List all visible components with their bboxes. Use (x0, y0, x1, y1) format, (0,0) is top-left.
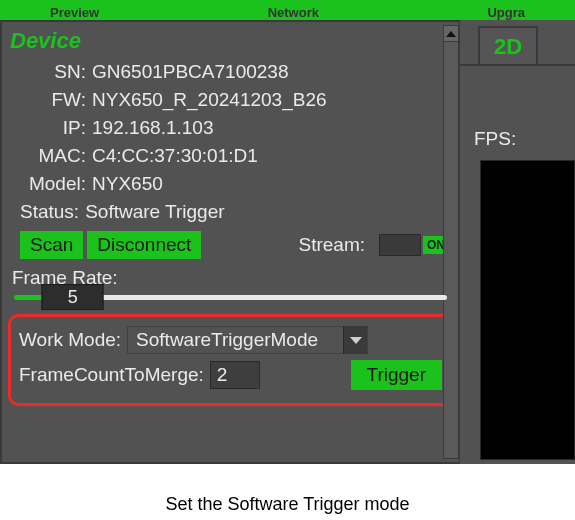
framerate-slider[interactable]: 5 (14, 295, 447, 300)
device-title: Device (2, 22, 459, 58)
tab-preview[interactable]: Preview (50, 5, 99, 20)
tab-network[interactable]: Network (268, 5, 319, 20)
workmode-caret[interactable] (343, 326, 367, 354)
workmode-select[interactable]: SoftwareTriggerMode (127, 326, 368, 354)
highlighted-settings: Work Mode: SoftwareTriggerMode FrameCoun… (8, 314, 453, 406)
caret-up-icon (446, 31, 456, 37)
panel-scrollbar[interactable] (443, 25, 459, 459)
ip-value: 192.168.1.103 (92, 117, 214, 139)
fw-value: NYX650_R_20241203_B26 (92, 89, 327, 111)
toggle-track (379, 234, 421, 256)
model-value: NYX650 (92, 173, 163, 195)
stream-toggle[interactable]: ON (379, 234, 449, 256)
workmode-label: Work Mode: (19, 329, 121, 351)
framerate-value: 5 (68, 287, 78, 308)
app-window: Preview Network Upgra Device SN: GN6501P… (0, 0, 575, 520)
main-content: Device SN: GN6501PBCA7100238 FW: NYX650_… (0, 20, 575, 464)
status-value: Software Trigger (85, 201, 224, 223)
top-tab-bar: Preview Network Upgra (0, 0, 575, 20)
chevron-down-icon (350, 337, 362, 344)
disconnect-button[interactable]: Disconnect (87, 231, 201, 259)
mac-value: C4:CC:37:30:01:D1 (92, 145, 258, 167)
slider-thumb[interactable]: 5 (42, 284, 104, 310)
scan-button[interactable]: Scan (20, 231, 83, 259)
trigger-button[interactable]: Trigger (351, 360, 442, 390)
framecount-label: FrameCountToMerge: (19, 364, 204, 386)
model-label: Model: (2, 173, 92, 195)
framecount-input[interactable] (210, 361, 260, 389)
scrollbar-up-arrow[interactable] (444, 26, 458, 42)
sn-value: GN6501PBCA7100238 (92, 61, 288, 83)
tab-2d[interactable]: 2D (478, 26, 538, 66)
preview-viewport (480, 160, 575, 460)
tab-divider (460, 64, 575, 66)
stream-label: Stream: (298, 234, 365, 256)
tab-upgrade[interactable]: Upgra (487, 5, 525, 20)
fw-label: FW: (2, 89, 92, 111)
status-label: Status: (20, 201, 79, 223)
mac-label: MAC: (2, 145, 92, 167)
sn-label: SN: (2, 61, 92, 83)
fps-label: FPS: (474, 128, 516, 150)
right-panel: 2D FPS: (460, 20, 575, 464)
ip-label: IP: (2, 117, 92, 139)
figure-caption: Set the Software Trigger mode (0, 464, 575, 520)
device-panel: Device SN: GN6501PBCA7100238 FW: NYX650_… (0, 20, 460, 464)
workmode-value: SoftwareTriggerMode (128, 329, 343, 351)
